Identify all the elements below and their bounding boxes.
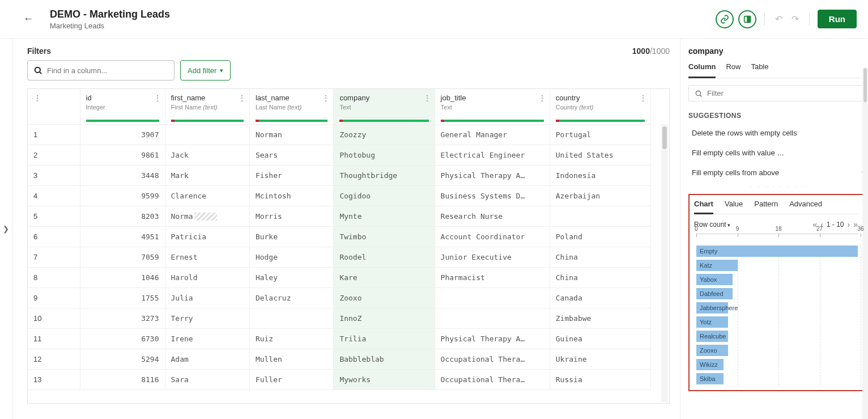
cell-last-name[interactable]: Mcintosh (249, 185, 334, 206)
table-row[interactable]: 49599ClarenceMcintoshCogidooBusiness Sys… (28, 185, 651, 206)
cell-country[interactable]: China (550, 247, 650, 268)
table-row[interactable]: 33448MarkFisherThoughtbridgePhysical The… (28, 165, 651, 185)
cell-country[interactable]: China (550, 268, 650, 288)
cell-id[interactable]: 5294 (80, 349, 165, 370)
cell-country[interactable]: Canada (550, 288, 650, 308)
cell-id[interactable]: 1755 (80, 288, 165, 308)
column-header-job_title[interactable]: job_titleText⋮ (435, 89, 550, 124)
cell-first-name[interactable]: Mark (165, 165, 249, 185)
cell-last-name[interactable]: Mullen (249, 349, 334, 370)
cell-last-name[interactable]: Hodge (249, 247, 334, 268)
cell-last-name[interactable]: Fuller (249, 370, 334, 390)
cell-job-title[interactable] (435, 308, 550, 329)
column-header-id[interactable]: idInteger⋮ (80, 89, 165, 124)
table-row[interactable]: 125294AdamMullenBabbleblabOccupational T… (28, 349, 651, 370)
cell-job-title[interactable]: Occupational Thera… (435, 349, 550, 370)
table-row[interactable]: 91755JuliaDelacruzZooxoCanada (28, 288, 651, 308)
panel-tab-table[interactable]: Table (751, 62, 768, 78)
suggestion-item[interactable]: Fill empty cells with value … (688, 143, 868, 163)
resize-handle[interactable]: · · · · · · · · (688, 184, 868, 189)
cell-first-name[interactable]: Jack (165, 145, 249, 165)
table-row[interactable]: 64951PatriciaBurkeTwimboAccount Coordina… (28, 227, 651, 247)
cell-company[interactable]: Kare (334, 268, 435, 288)
cell-company[interactable]: Cogidoo (334, 185, 435, 206)
cell-first-name[interactable]: Norma (165, 206, 249, 227)
chart-bar[interactable]: Jabbersphere (696, 302, 858, 314)
cell-first-name[interactable]: Adam (165, 349, 249, 370)
panel-icon[interactable] (738, 10, 756, 28)
cell-first-name[interactable]: Harold (165, 268, 249, 288)
column-menu-icon[interactable]: ⋮ (154, 94, 161, 103)
column-search[interactable] (27, 60, 175, 81)
link-icon[interactable] (716, 10, 734, 28)
cell-country[interactable]: Ukraine (550, 349, 650, 370)
cell-first-name[interactable]: Terry (165, 308, 249, 329)
chart-tab-pattern[interactable]: Pattern (754, 200, 778, 214)
cell-job-title[interactable]: Account Coordinator (435, 227, 550, 247)
cell-id[interactable]: 3907 (80, 124, 165, 145)
cell-job-title[interactable]: Electrical Engineer (435, 145, 550, 165)
cell-country[interactable]: Azerbaijan (550, 185, 650, 206)
cell-last-name[interactable]: Delacruz (249, 288, 334, 308)
table-row[interactable]: 29861JackSearsPhotobugElectrical Enginee… (28, 145, 651, 165)
cell-company[interactable]: Zoozzy (334, 124, 435, 145)
chart-tab-value[interactable]: Value (725, 200, 743, 214)
cell-country[interactable]: United States (550, 145, 650, 165)
cell-company[interactable]: Photobug (334, 145, 435, 165)
cell-country[interactable]: Russia (550, 370, 650, 390)
chart-metric-selector[interactable]: Row count▾ (694, 221, 730, 228)
chart-bar[interactable]: Katz (696, 259, 858, 272)
panel-filter-input[interactable] (707, 89, 862, 98)
next-page-icon[interactable]: › (848, 220, 850, 229)
cell-id[interactable]: 3448 (80, 165, 165, 185)
cell-id[interactable]: 9599 (80, 185, 165, 206)
table-row[interactable]: 116730IreneRuizTriliaPhysical Therapy A…… (28, 329, 651, 349)
cell-id[interactable]: 1046 (80, 268, 165, 288)
cell-company[interactable]: Zooxo (334, 288, 435, 308)
add-filter-button[interactable]: Add filter ▾ (180, 60, 231, 81)
cell-last-name[interactable]: Norman (249, 124, 334, 145)
column-menu-icon[interactable]: ⋮ (322, 94, 330, 103)
cell-company[interactable]: InnoZ (334, 308, 435, 329)
column-menu-icon[interactable]: ⋮ (238, 94, 246, 103)
cell-company[interactable]: Twimbo (334, 227, 435, 247)
cell-first-name[interactable]: Irene (165, 329, 249, 349)
cell-first-name[interactable]: Julia (165, 288, 249, 308)
panel-tab-row[interactable]: Row (726, 62, 741, 78)
cell-company[interactable]: Thoughtbridge (334, 165, 435, 185)
cell-id[interactable]: 8203 (80, 206, 165, 227)
cell-job-title[interactable]: Research Nurse (435, 206, 550, 227)
table-row[interactable]: 58203NormaMorrisMynteResearch Nurse (28, 206, 651, 227)
chart-bar[interactable]: Wikizz (696, 358, 858, 371)
cell-last-name[interactable]: Morris (249, 206, 334, 227)
cell-id[interactable]: 6730 (80, 329, 165, 349)
cell-country[interactable]: Portugal (550, 124, 650, 145)
cell-country[interactable]: Guinea (550, 329, 650, 349)
chart-bar[interactable]: Skiba (696, 373, 858, 385)
column-menu-icon[interactable]: ⋮ (423, 94, 431, 103)
cell-country[interactable]: Zimbabwe (550, 308, 650, 329)
chart-bar[interactable]: Empty (696, 245, 858, 257)
cell-first-name[interactable]: Sara (165, 370, 249, 390)
suggestion-item[interactable]: Delete the rows with empty cells (688, 123, 868, 143)
cell-last-name[interactable]: Fisher (249, 165, 334, 185)
column-header-first_name[interactable]: first_nameFirst Name (text)⋮ (165, 89, 249, 124)
cell-last-name[interactable]: Haley (249, 268, 334, 288)
cell-id[interactable]: 9861 (80, 145, 165, 165)
cell-country[interactable]: Poland (550, 227, 650, 247)
cell-job-title[interactable]: Physical Therapy A… (435, 329, 550, 349)
cell-company[interactable]: Babbleblab (334, 349, 435, 370)
cell-last-name[interactable]: Ruiz (249, 329, 334, 349)
cell-company[interactable]: Myworks (334, 370, 435, 390)
cell-company[interactable]: Mynte (334, 206, 435, 227)
cell-job-title[interactable]: General Manager (435, 124, 550, 145)
expand-left-button[interactable]: ❯ (0, 39, 12, 419)
suggestion-item[interactable]: Fill empty cells from above▾ (688, 163, 868, 183)
row-menu-header[interactable]: ⋮ (28, 89, 80, 124)
scrollbar[interactable] (862, 68, 868, 419)
cell-country[interactable]: Indonesia (550, 165, 650, 185)
table-row[interactable]: 103273TerryInnoZZimbabwe (28, 308, 651, 329)
chart-tab-chart[interactable]: Chart (694, 200, 713, 214)
table-row[interactable]: 77059ErnestHodgeRoodelJunior ExecutiveCh… (28, 247, 651, 268)
cell-first-name[interactable]: Clarence (165, 185, 249, 206)
